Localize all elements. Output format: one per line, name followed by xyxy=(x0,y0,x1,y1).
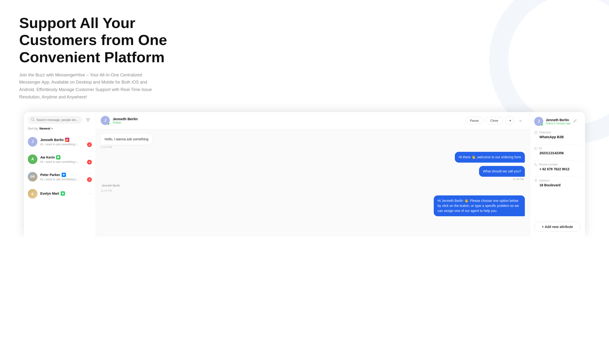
conv-name-row: Aw Kerin xyxy=(40,155,84,159)
rp-address-label: Address xyxy=(534,179,581,182)
rp-phone-label: Phone number xyxy=(534,163,581,166)
close-button[interactable]: Close xyxy=(486,117,503,124)
svg-line-1 xyxy=(34,120,34,121)
rp-header: J Jenneth Berlin Online 5 minutes ago xyxy=(534,117,581,126)
message-item: Hello, I wanna ask something 11:44 PM xyxy=(101,134,525,148)
sort-bar: Sort by: Newest ▾ xyxy=(24,126,96,133)
list-item[interactable]: E Evelyn Mart ··· xyxy=(24,186,96,202)
conv-info: Evelyn Mart xyxy=(40,191,86,196)
channel-badge-messages xyxy=(56,155,60,159)
rp-channels-section: Channels WhatsApp B2B xyxy=(534,131,581,139)
edit-icon[interactable] xyxy=(573,119,577,124)
more-options-icon[interactable]: ··· xyxy=(89,136,92,141)
more-options-icon[interactable]: ··· xyxy=(89,154,92,158)
add-attribute-button[interactable]: + Add new attribute xyxy=(534,222,581,232)
list-item[interactable]: PP Peter Parker Hi, i want to ask someth… xyxy=(24,168,96,186)
message-time: 11:44 PM xyxy=(101,146,113,148)
conv-info: Peter Parker Hi, i want to ask something… xyxy=(40,173,84,181)
chevron-icon: ▾ xyxy=(510,119,511,122)
svg-point-10 xyxy=(535,132,536,133)
conv-right: ··· 4 xyxy=(87,154,92,165)
search-bar xyxy=(24,112,96,126)
chat-panel: J Jenneth Berlin Online Pause Close ▾ » xyxy=(96,112,530,237)
online-indicator xyxy=(541,124,543,126)
avatar: A xyxy=(28,155,37,164)
svg-rect-11 xyxy=(534,147,537,150)
hero-section: Support All Your Customers from One Conv… xyxy=(0,0,609,237)
rp-avatar: J xyxy=(534,117,543,126)
channel-badge-instagram xyxy=(65,138,69,142)
hero-title: Support All Your Customers from One Conv… xyxy=(19,14,187,66)
rp-id-value: 2023113142356 xyxy=(534,151,581,155)
chat-header-actions: Pause Close ▾ » xyxy=(465,116,525,125)
rp-contact-info: Jenneth Berlin Online 5 minutes ago xyxy=(546,118,571,125)
pause-button[interactable]: Pause xyxy=(465,117,483,124)
conv-name-row: Peter Parker xyxy=(40,173,84,177)
rp-id-section: ID 2023113142356 xyxy=(534,147,581,155)
message-bubble: Hello, I wanna ask something xyxy=(101,134,152,145)
conv-name: Aw Kerin xyxy=(40,156,55,159)
rp-channels-label: Channels xyxy=(534,131,581,134)
message-item: Hi there 👋, welcome to our ordering form xyxy=(101,152,525,163)
chat-messages: Hello, I wanna ask something 11:44 PM Hi… xyxy=(96,129,530,237)
svg-point-9 xyxy=(534,131,537,134)
conv-name: Peter Parker xyxy=(40,173,60,177)
svg-point-14 xyxy=(536,180,536,181)
rp-contact-name: Jenneth Berlin xyxy=(546,118,571,122)
conversations-list: J Jenneth Berlin Hi, i want to ask somet… xyxy=(24,133,96,237)
sort-chevron-icon[interactable]: ▾ xyxy=(51,127,53,130)
unread-badge: 3 xyxy=(87,177,92,182)
more-options-icon[interactable]: ··· xyxy=(89,192,92,196)
channel-badge-messenger xyxy=(62,173,66,177)
rp-phone-value: + 62 679 7622 9012 xyxy=(534,167,581,171)
conv-name-row: Jenneth Berlin xyxy=(40,138,84,142)
conv-info: Aw Kerin Hi, i want to ask something t..… xyxy=(40,155,84,164)
chat-header: J Jenneth Berlin Online Pause Close ▾ » xyxy=(96,112,530,129)
chat-header-info: Jenneth Berlin Online xyxy=(113,117,462,124)
rp-channels-value: WhatsApp B2B xyxy=(534,135,581,139)
message-time: 11:44 PM xyxy=(512,178,525,181)
hero-subtitle: Join the Buzz with MessengerHive – Your … xyxy=(19,71,163,101)
message-text: Hi Jenneth Berlin 👋. Please choose one o… xyxy=(438,199,519,213)
sort-value[interactable]: Newest xyxy=(39,127,50,130)
rp-contact-status: Online 5 minutes ago xyxy=(546,122,571,125)
conv-preview: Hi, i want to ask something t... xyxy=(40,178,84,181)
message-bubble: Hi Jenneth Berlin 👋. Please choose one o… xyxy=(434,195,525,216)
sidebar: Sort by: Newest ▾ J Jenneth Berlin xyxy=(24,112,96,237)
channel-badge-whatsapp xyxy=(61,191,65,196)
conv-right: ··· 2 xyxy=(87,136,92,147)
chat-contact-name: Jenneth Berlin xyxy=(113,117,462,121)
filter-icon[interactable] xyxy=(84,116,92,124)
rp-address-section: Address 18 Boulevard xyxy=(534,179,581,187)
conv-info: Jenneth Berlin Hi, i want to ask somethi… xyxy=(40,138,84,146)
search-input-wrap[interactable] xyxy=(28,116,82,124)
expand-icon[interactable]: » xyxy=(516,116,525,125)
search-input[interactable] xyxy=(36,118,79,122)
conv-name: Jenneth Berlin xyxy=(40,138,64,142)
svg-point-7 xyxy=(68,139,68,139)
search-icon xyxy=(31,118,35,122)
conv-preview: Hi, i want to ask something t... xyxy=(40,143,84,146)
sort-label: Sort by: xyxy=(28,127,39,130)
avatar: E xyxy=(28,189,37,198)
app-window: Sort by: Newest ▾ J Jenneth Berlin xyxy=(24,112,585,237)
message-text: Hello, I wanna ask something xyxy=(105,137,148,141)
conv-right: ··· 3 xyxy=(87,171,92,182)
message-item: What should we call you? 11:44 PM xyxy=(101,166,525,181)
avatar: PP xyxy=(28,172,37,182)
rp-phone-section: Phone number + 62 679 7622 9012 xyxy=(534,163,581,171)
list-item[interactable]: J Jenneth Berlin Hi, i want to ask somet… xyxy=(24,133,96,151)
chat-contact-status: Online xyxy=(113,121,462,124)
online-indicator xyxy=(107,123,110,125)
message-bubble: What should we call you? xyxy=(479,166,525,177)
conv-preview: Hi, i want to ask something t... xyxy=(40,160,84,164)
unread-badge: 2 xyxy=(87,142,92,147)
conv-right: ··· xyxy=(89,192,92,196)
message-bubble: Hi there 👋, welcome to our ordering form xyxy=(455,152,525,163)
more-options-icon[interactable]: ··· xyxy=(89,171,92,176)
message-time: 11:44 PM xyxy=(101,189,113,192)
list-item[interactable]: A Aw Kerin Hi, i want to ask something t… xyxy=(24,151,96,168)
rp-address-value: 18 Boulevard xyxy=(534,183,581,187)
assign-button[interactable]: ▾ xyxy=(505,116,514,125)
message-text: What should we call you? xyxy=(483,169,521,173)
